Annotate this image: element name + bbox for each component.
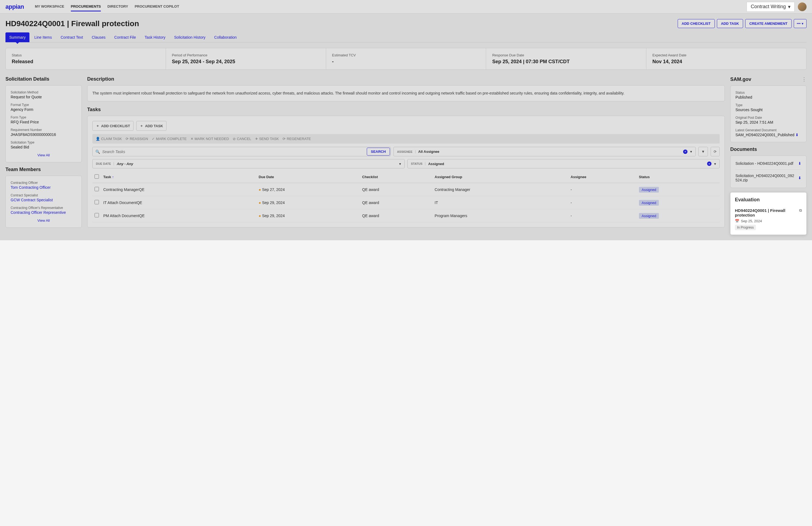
tab-line-items[interactable]: Line Items (30, 32, 56, 42)
task-checklist: QE award (360, 209, 432, 222)
award-label: Expected Award Date (652, 53, 800, 57)
warning-icon: ● (259, 214, 261, 218)
contract-writing-dropdown[interactable]: Contract Writing ▾ (746, 2, 795, 12)
description-text: The system must implement robust firewal… (87, 85, 725, 101)
tab-contract-text[interactable]: Contract Text (57, 32, 87, 42)
download-icon[interactable]: ⬇ (798, 176, 801, 180)
tab-summary[interactable]: Summary (5, 32, 29, 42)
col-assignee[interactable]: Assignee (568, 171, 637, 183)
row-checkbox[interactable] (95, 213, 99, 217)
solicitation-view-all[interactable]: View All (11, 153, 76, 157)
description-title: Description (87, 76, 725, 82)
filter-button[interactable]: ▼ (698, 147, 708, 156)
tab-clauses[interactable]: Clauses (88, 32, 110, 42)
filter-icon: ▼ (701, 149, 705, 154)
status-label: Status (12, 53, 160, 57)
tasks-add-checklist[interactable]: ＋ADD CHECKLIST (92, 121, 133, 131)
clear-status-icon[interactable]: ✕ (707, 162, 711, 166)
select-all-checkbox[interactable] (95, 174, 99, 179)
search-button[interactable]: SEARCH (367, 148, 390, 156)
caret-down-icon: ▾ (399, 162, 401, 166)
award-value: Nov 14, 2024 (652, 59, 800, 64)
col-task[interactable]: Task ↑ (101, 171, 257, 183)
plus-icon: ＋ (96, 123, 100, 128)
external-link-icon[interactable]: ⧉ (799, 208, 802, 213)
calendar-icon: 📅 (735, 219, 739, 223)
mark-not-needed[interactable]: ✕MARK NOT NEEDED (190, 137, 229, 141)
regenerate[interactable]: ⟳REGENERATE (282, 137, 311, 141)
more-actions-button[interactable]: ••• ▾ (794, 19, 807, 28)
claim-task[interactable]: 👤CLAIM TASK (96, 137, 122, 141)
row-checkbox[interactable] (95, 200, 99, 204)
cancel[interactable]: ⊘CANCEL (233, 137, 251, 141)
x-icon: ✕ (190, 137, 193, 141)
logo: appian (5, 3, 24, 10)
team-officer-link[interactable]: Tom Contracting Officer (11, 185, 76, 190)
ellipsis-icon: ••• (797, 21, 800, 26)
ban-icon: ⊘ (233, 137, 236, 141)
nav-copilot[interactable]: PROCUREMENT COPILOT (135, 2, 179, 12)
download-icon[interactable]: ⬇ (798, 161, 801, 166)
filter-status[interactable]: STATUS Assigned ✕ ▾ (407, 159, 720, 169)
nav-directory[interactable]: DIRECTORY (107, 2, 128, 12)
evaluation-name[interactable]: HD940224Q0001 | Firewall protection (735, 208, 799, 217)
avatar[interactable] (798, 2, 807, 11)
response-label: Response Due Date (492, 53, 640, 57)
tab-task-history[interactable]: Task History (141, 32, 169, 42)
sam-menu-icon[interactable]: ⋮ (802, 76, 807, 82)
col-due[interactable]: Due Date (257, 171, 360, 183)
col-status[interactable]: Status (637, 171, 720, 183)
documents-card: Solicitation - HD940224Q0001.pdf ⬇ Solic… (730, 156, 807, 188)
create-amendment-button[interactable]: CREATE AMENDMENT (745, 19, 792, 28)
col-group[interactable]: Assigned Group (432, 171, 568, 183)
mark-complete[interactable]: ✓MARK COMPLETE (152, 137, 187, 141)
document-row: Solicitation_HD940224Q0001_092524.zip ⬇ (736, 170, 801, 186)
refresh-button[interactable]: ⟳ (711, 147, 720, 156)
task-name[interactable]: PM Attach DocumentQE (101, 209, 257, 222)
nav-procurements[interactable]: PROCUREMENTS (71, 2, 101, 12)
team-view-all[interactable]: View All (11, 218, 76, 222)
tab-solicitation-history[interactable]: Solicitation History (170, 32, 209, 42)
task-table: Task ↑ Due Date Checklist Assigned Group… (92, 171, 720, 222)
reassign[interactable]: ⟳REASSIGN (126, 137, 148, 141)
tasks-add-task[interactable]: ＋ADD TASK (136, 121, 166, 131)
task-checklist: QE award (360, 196, 432, 209)
add-task-button[interactable]: ADD TASK (717, 19, 743, 28)
task-group: Contracting Manager (432, 183, 568, 196)
search-tasks[interactable]: 🔍 SEARCH (92, 147, 391, 156)
team-specialist-link[interactable]: GCW Contract Specialist (11, 198, 76, 202)
tabs: Summary Line Items Contract Text Clauses… (5, 32, 807, 43)
tab-collaboration[interactable]: Collaboration (211, 32, 241, 42)
tasks-panel: ＋ADD CHECKLIST ＋ADD TASK 👤CLAIM TASK ⟳RE… (87, 116, 725, 228)
document-row: Solicitation - HD940224Q0001.pdf ⬇ (736, 158, 801, 170)
row-checkbox[interactable] (95, 187, 99, 191)
task-name[interactable]: Contracting ManagerQE (101, 183, 257, 196)
download-icon[interactable]: ⬇ (795, 133, 799, 137)
document-name: Solicitation_HD940224Q0001_092524.zip (736, 174, 798, 182)
nav-my-workspace[interactable]: MY WORKSPACE (35, 2, 64, 12)
filter-assignee[interactable]: ASSIGNEE All Assignee ✕ ▾ (393, 147, 696, 156)
status-value: Released (12, 59, 160, 64)
filter-duedate[interactable]: DUE DATE Any - Any ▾ (92, 159, 405, 169)
search-icon: 🔍 (96, 149, 100, 154)
sam-title: SAM.gov (730, 76, 751, 82)
add-checklist-button[interactable]: ADD CHECKLIST (678, 19, 715, 28)
caret-down-icon: ▾ (690, 149, 692, 154)
task-name[interactable]: IT Attach DocumentQE (101, 196, 257, 209)
team-title: Team Members (5, 167, 82, 172)
tcv-value: - (332, 59, 480, 64)
team-rep-link[interactable]: Contracting Officer Representive (11, 210, 76, 215)
tab-contract-file[interactable]: Contract File (110, 32, 140, 42)
caret-down-icon: ▾ (788, 4, 791, 10)
clear-assignee-icon[interactable]: ✕ (683, 149, 687, 154)
table-row: Contracting ManagerQE ●Sep 27, 2024 QE a… (92, 183, 720, 196)
table-row: PM Attach DocumentQE ●Sep 29, 2024 QE aw… (92, 209, 720, 222)
plus-icon: ＋ (140, 123, 143, 128)
send-task[interactable]: ✈SEND TASK (255, 137, 279, 141)
sort-asc-icon: ↑ (112, 175, 114, 179)
tasks-title: Tasks (87, 107, 725, 113)
search-input[interactable] (100, 147, 366, 156)
col-checklist[interactable]: Checklist (360, 171, 432, 183)
pop-label: Period of Performance (172, 53, 320, 57)
solicitation-details-title: Solicitation Details (5, 76, 82, 82)
